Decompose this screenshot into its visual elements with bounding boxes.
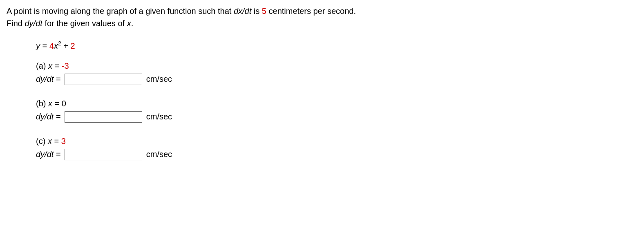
eq-plus: + xyxy=(61,41,71,50)
eq-const: 2 xyxy=(71,41,75,50)
prompt-text-6: . xyxy=(131,19,134,28)
part-c-input[interactable] xyxy=(65,149,142,160)
prompt-text-4: Find xyxy=(7,19,25,28)
problem-prompt: A point is moving along the graph of a g… xyxy=(7,5,637,29)
part-a-dydt: dy/dt xyxy=(36,74,54,83)
part-c-x: x xyxy=(48,137,52,146)
part-b-eq2: = xyxy=(54,112,60,121)
part-b-x: x xyxy=(48,99,52,108)
part-c-dydt: dy/dt xyxy=(36,150,54,159)
part-b-label: (b) xyxy=(36,99,48,108)
part-a-x: x xyxy=(48,61,52,70)
part-c-eq: = xyxy=(52,137,61,146)
eq-sign: = xyxy=(40,41,49,50)
part-b: (b) x = 0 dy/dt = cm/sec xyxy=(36,97,637,123)
part-a-eq2: = xyxy=(54,74,60,83)
eq-exp: 2 xyxy=(58,40,61,47)
function-equation: y = 4x2 + 2 xyxy=(36,39,637,52)
prompt-text-1: A point is moving along the graph of a g… xyxy=(7,7,234,16)
part-b-input[interactable] xyxy=(65,111,142,123)
part-c: (c) x = 3 dy/dt = cm/sec xyxy=(36,135,637,161)
part-c-label: (c) xyxy=(36,137,48,146)
part-a-label: (a) xyxy=(36,61,48,70)
part-a-input[interactable] xyxy=(65,74,142,85)
prompt-text-5: for the given values of xyxy=(42,19,127,28)
part-a-unit: cm/sec xyxy=(146,74,172,83)
part-a-eq: = xyxy=(52,61,62,70)
part-a-value: -3 xyxy=(62,61,69,70)
part-c-value: 3 xyxy=(61,137,66,146)
eq-y: y xyxy=(36,41,40,50)
part-b-dydt: dy/dt xyxy=(36,112,54,121)
rate-value: 5 xyxy=(262,7,266,16)
part-b-unit: cm/sec xyxy=(146,112,172,121)
prompt-text-3: centimeters per second. xyxy=(266,7,356,16)
part-a: (a) x = -3 dy/dt = cm/sec xyxy=(36,59,637,85)
part-b-value: 0 xyxy=(62,99,66,108)
x-var: x xyxy=(127,19,131,28)
prompt-text-2: is xyxy=(251,7,262,16)
eq-coef: 4 xyxy=(49,41,54,50)
dxdt-var: dx/dt xyxy=(234,7,251,16)
part-c-eq2: = xyxy=(54,150,60,159)
eq-x: x xyxy=(54,41,58,50)
dydt-var: dy/dt xyxy=(25,19,42,28)
part-c-unit: cm/sec xyxy=(146,150,172,159)
part-b-eq: = xyxy=(52,99,62,108)
